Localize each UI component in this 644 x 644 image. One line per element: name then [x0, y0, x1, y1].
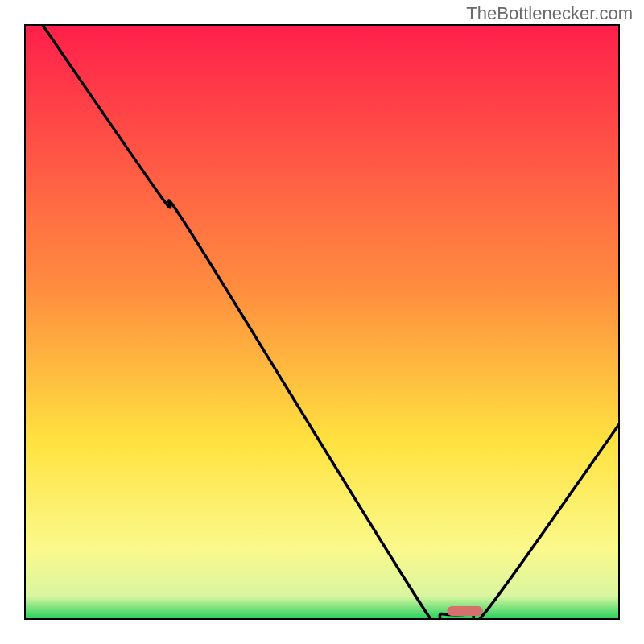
plot-background: [24, 24, 620, 620]
chart-svg: [24, 24, 620, 620]
optimal-marker: [447, 606, 482, 616]
watermark-text: TheBottlenecker.com: [466, 3, 633, 24]
chart-area: [24, 24, 620, 620]
